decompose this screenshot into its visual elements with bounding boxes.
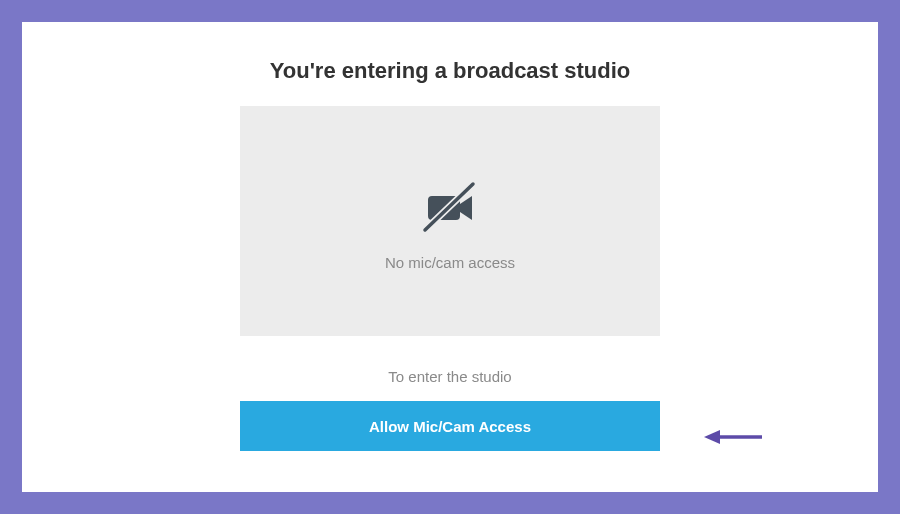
no-access-status: No mic/cam access (385, 254, 515, 271)
camera-preview-box: No mic/cam access (240, 106, 660, 336)
camera-off-icon (410, 172, 490, 242)
annotation-arrow-icon (704, 427, 762, 447)
modal-title: You're entering a broadcast studio (270, 58, 631, 84)
instruction-text: To enter the studio (388, 368, 511, 385)
allow-mic-cam-button[interactable]: Allow Mic/Cam Access (240, 401, 660, 451)
permission-modal: You're entering a broadcast studio No mi… (22, 22, 878, 492)
svg-marker-3 (704, 430, 720, 444)
